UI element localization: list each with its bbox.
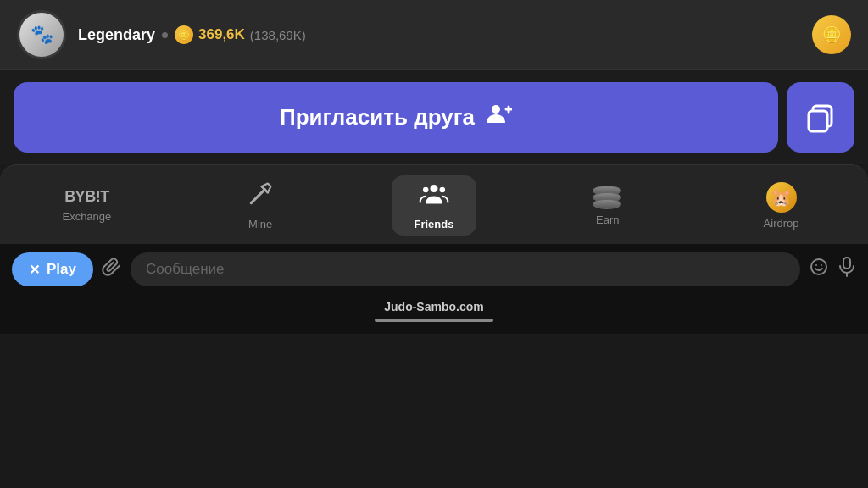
user-info: Legendary 🪙 369,6K (138,69K)	[78, 25, 306, 44]
svg-rect-4	[809, 111, 827, 131]
message-placeholder: Сообщение	[146, 261, 225, 278]
svg-point-11	[815, 264, 817, 266]
x-icon: ✕	[29, 262, 40, 278]
top-bar: 🐾 Legendary 🪙 369,6K (138,69K) 🪙	[0, 0, 868, 70]
attachment-icon[interactable]	[102, 257, 122, 282]
coin-icon: 🪙	[175, 25, 193, 44]
play-label: Play	[47, 261, 76, 278]
footer-line	[375, 319, 493, 322]
microphone-icon[interactable]	[837, 257, 856, 282]
nav-label-mine: Mine	[248, 218, 272, 230]
top-right-button[interactable]: 🪙	[812, 15, 851, 54]
nav-label-earn: Earn	[596, 214, 619, 226]
nav-item-mine[interactable]: Mine	[218, 175, 303, 236]
invite-label: Пригласить друга	[280, 104, 475, 130]
footer-domain: Judo-Sambo.com	[384, 300, 483, 313]
copy-button[interactable]	[787, 82, 854, 152]
nav-item-airdrop[interactable]: 🐹 Airdrop	[739, 177, 824, 235]
svg-point-10	[811, 259, 826, 274]
nav-item-earn[interactable]: Earn	[565, 180, 650, 231]
message-bar: ✕ Play Сообщение	[0, 244, 868, 295]
friends-icon	[419, 180, 449, 214]
coin-amount: 369,6K	[198, 26, 245, 43]
coin-sub: (138,69K)	[250, 28, 306, 42]
svg-point-12	[821, 264, 822, 266]
play-button[interactable]: ✕ Play	[12, 252, 93, 286]
svg-point-9	[440, 187, 446, 193]
badge-dot	[162, 32, 168, 38]
svg-line-5	[252, 190, 265, 203]
avatar-image: 🐾	[19, 13, 64, 57]
earn-icon	[593, 186, 623, 209]
nav-label-exchange: Exchange	[62, 210, 111, 223]
invite-button[interactable]: Пригласить друга	[14, 82, 778, 152]
nav-label-airdrop: Airdrop	[764, 217, 799, 230]
badge-label: Legendary	[78, 26, 155, 44]
bottom-nav: BYB!T Exchange Mine Friends	[0, 164, 868, 244]
footer: Judo-Sambo.com	[0, 295, 868, 334]
nav-label-friends: Friends	[415, 218, 454, 230]
avatar: 🐾	[17, 10, 66, 59]
coin-info: 🪙 369,6K (138,69K)	[175, 25, 306, 44]
user-badge: Legendary 🪙 369,6K (138,69K)	[78, 25, 306, 44]
emoji-icon[interactable]	[809, 257, 829, 282]
svg-rect-13	[843, 258, 850, 269]
invite-icon	[485, 101, 512, 134]
invite-section: Пригласить друга	[0, 70, 868, 164]
nav-item-exchange[interactable]: BYB!T Exchange	[44, 183, 129, 228]
message-input[interactable]: Сообщение	[131, 252, 800, 286]
svg-point-0	[492, 105, 500, 114]
nav-item-friends[interactable]: Friends	[392, 175, 476, 236]
pickaxe-icon	[247, 180, 274, 214]
svg-point-8	[423, 187, 429, 193]
bybit-logo-text: BYB!T	[64, 188, 109, 206]
svg-point-7	[430, 185, 437, 192]
hamster-icon: 🐹	[766, 182, 797, 213]
